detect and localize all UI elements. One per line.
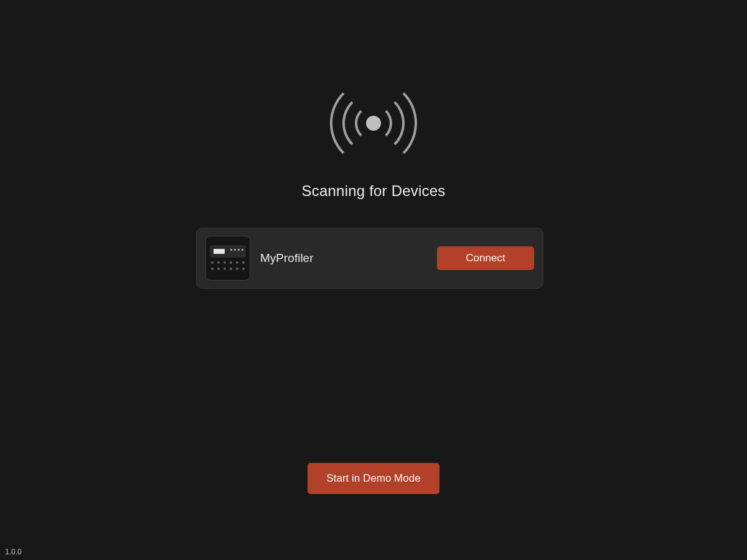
demo-mode-button[interactable]: Start in Demo Mode (308, 463, 439, 494)
version-label: 1.0.0 (5, 548, 22, 556)
broadcast-icon (317, 80, 430, 167)
device-row: MyProfiler Connect (196, 228, 543, 289)
device-thumbnail-icon (205, 236, 250, 281)
connect-button[interactable]: Connect (437, 246, 534, 270)
device-name-label: MyProfiler (260, 251, 427, 265)
scan-title: Scanning for Devices (302, 182, 446, 200)
device-scan-screen: Scanning for Devices MyProfiler Connect … (0, 0, 747, 560)
